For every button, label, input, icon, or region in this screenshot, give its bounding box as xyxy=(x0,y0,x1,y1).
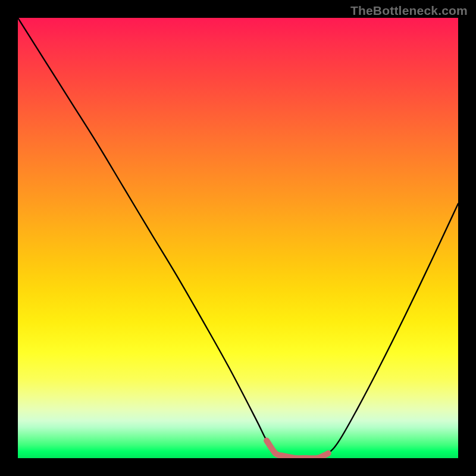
bottleneck-curve xyxy=(18,18,458,458)
chart-svg xyxy=(18,18,458,458)
attribution-text: TheBottleneck.com xyxy=(350,4,468,18)
optimal-segment xyxy=(267,440,328,458)
plot-area xyxy=(18,18,458,458)
chart-container: TheBottleneck.com xyxy=(0,0,476,476)
